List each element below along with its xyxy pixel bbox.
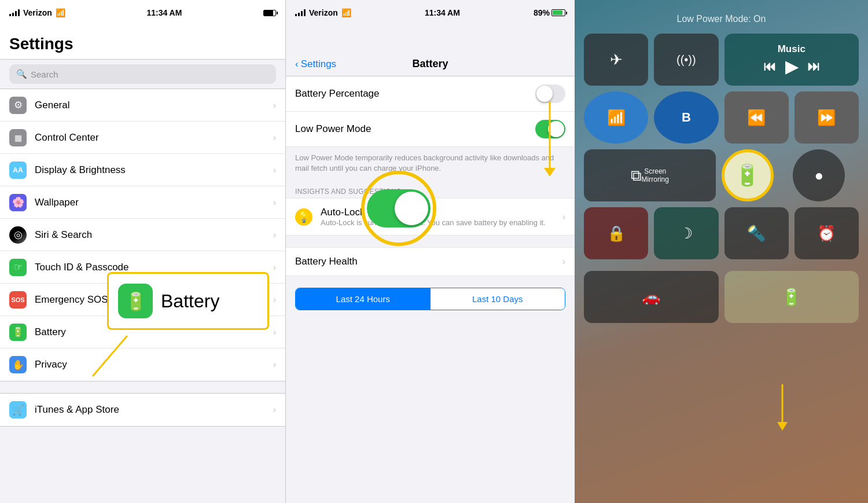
signal-icon [9, 9, 20, 16]
settings-row-general[interactable]: ⚙ General › [0, 89, 285, 122]
wallpaper-label: Wallpaper [35, 197, 273, 208]
general-icon: ⚙ [9, 97, 27, 114]
fast-forward-icon: ⏩ [817, 109, 836, 127]
hotspot-button[interactable]: ((•)) [654, 34, 718, 86]
low-power-mode-toggle[interactable] [535, 120, 565, 138]
do-not-disturb-button[interactable]: 🔒 [584, 207, 648, 259]
settings-section-itunes: 🛒 iTunes & App Store › [0, 393, 285, 427]
prev-track-button[interactable]: ⏮ [763, 59, 776, 74]
emergency-icon: SOS [9, 291, 27, 309]
rewind-button[interactable]: ⏪ [724, 91, 789, 144]
night-mode-button[interactable]: ☽ [654, 207, 718, 259]
battery-panel: Verizon 📶 11:34 AM 89% ‹ Settings Batter… [285, 0, 575, 503]
music-controls: ⏮ ▶ ⏭ [763, 57, 820, 76]
battery-percentage-toggle[interactable] [535, 85, 565, 103]
signal-icon-2 [295, 9, 306, 16]
screen-mirror-button[interactable]: ⧉ ScreenMirroring [584, 149, 716, 201]
back-label: Settings [301, 58, 336, 70]
battery-health-label: Battery Health [295, 256, 562, 267]
chevron-icon: › [273, 100, 276, 111]
settings-row-privacy[interactable]: ✋ Privacy › [0, 348, 285, 381]
search-bar[interactable]: 🔍 Search [9, 64, 276, 84]
settings-row-wallpaper[interactable]: 🌸 Wallpaper › [0, 186, 285, 219]
battery-page-title: Battery [412, 58, 448, 70]
tab-last-10-days[interactable]: Last 10 Days [431, 288, 565, 310]
settings-header: Settings [0, 25, 285, 60]
battery-highlight-label: Battery [161, 291, 219, 312]
settings-panel: Verizon 📶 11:34 AM Settings 🔍 Search ⚙ G… [0, 0, 285, 503]
control-overlay: Low Power Mode: On ✈ ((•)) Music ⏮ ▶ ⏭ 📶 [575, 0, 868, 503]
battery-health-row[interactable]: Battery Health › [286, 247, 575, 276]
status-left-2: Verizon 📶 [295, 8, 351, 17]
fast-forward-button[interactable]: ⏩ [795, 91, 859, 144]
clock-time: 11:34 AM [146, 8, 182, 17]
display-icon: AA [9, 161, 27, 179]
alarm-button[interactable]: ⏰ [795, 207, 859, 259]
cc-row-2: 📶 B ⏪ ⏩ [584, 91, 859, 144]
cc-row-3: ⧉ ScreenMirroring 🔋 ● [584, 149, 859, 201]
control-center-icon: ▦ [9, 129, 27, 146]
battery-indicator [263, 10, 276, 16]
music-label: Music [778, 43, 806, 55]
back-button[interactable]: ‹ Settings [295, 58, 336, 70]
touch-id-icon: ☞ [9, 259, 27, 276]
flashlight-button[interactable]: 🔦 [724, 207, 789, 259]
privacy-label: Privacy [35, 359, 273, 370]
big-toggle-thumb [395, 192, 428, 225]
search-icon: 🔍 [16, 69, 27, 79]
settings-row-siri[interactable]: ◎ Siri & Search › [0, 219, 285, 251]
carrier-name: Verizon [23, 8, 52, 17]
chevron-icon: › [273, 165, 276, 175]
wifi-button[interactable]: 📶 [584, 91, 648, 144]
auto-lock-text: Auto-Lock Auto-Lock is currently disable… [321, 207, 562, 227]
battery-row-icon: 🔋 [9, 324, 27, 341]
chevron-icon: › [562, 212, 565, 222]
airplane-mode-button[interactable]: ✈ [584, 34, 648, 86]
wallpaper-icon: 🌸 [9, 194, 27, 211]
music-player[interactable]: Music ⏮ ▶ ⏭ [724, 34, 859, 86]
chevron-icon: › [273, 327, 276, 337]
tab-last-24-hours[interactable]: Last 24 Hours [296, 288, 431, 310]
low-power-mode-row[interactable]: Low Power Mode [286, 112, 575, 147]
status-bar-2: Verizon 📶 11:34 AM 89% [286, 0, 575, 25]
low-power-mode-label: Low Power Mode [295, 123, 535, 135]
battery-percentage-label: Battery Percentage [295, 88, 535, 100]
settings-row-control-center[interactable]: ▦ Control Center › [0, 122, 285, 154]
battery-control-icon: 🔋 [734, 163, 760, 188]
carplay-button[interactable]: 🚗 [584, 271, 719, 323]
status-bar-1: Verizon 📶 11:34 AM [0, 0, 285, 25]
carrier-name-2: Verizon [309, 8, 338, 17]
battery-content: Battery Percentage Low Power Mode Low Po… [286, 76, 575, 503]
bluetooth-icon: B [682, 110, 691, 125]
battery-percentage-row[interactable]: Battery Percentage [286, 76, 575, 112]
camera-button[interactable]: ● [793, 149, 845, 201]
chevron-icon: › [273, 262, 276, 273]
settings-row-itunes[interactable]: 🛒 iTunes & App Store › [0, 394, 285, 426]
screen-mirror-icon: ⧉ [631, 167, 642, 185]
battery-arrow-svg [771, 384, 794, 431]
big-toggle-overlay [361, 171, 436, 246]
bluetooth-button[interactable]: B [654, 91, 718, 144]
chevron-icon: › [273, 405, 276, 415]
battery-control-button[interactable]: 🔋 [722, 149, 774, 201]
next-track-button[interactable]: ⏭ [807, 59, 820, 74]
big-toggle-visual [367, 189, 431, 227]
cc-row-1: ✈ ((•)) Music ⏮ ▶ ⏭ [584, 34, 859, 86]
battery-icon-green [551, 9, 565, 16]
battery-time-tabs: Last 24 Hours Last 10 Days [295, 288, 565, 310]
battery-small-icon: 🔋 [781, 288, 801, 307]
clock-time-2: 11:34 AM [425, 8, 460, 17]
control-center-label: Control Center [35, 132, 273, 144]
display-label: Display & Brightness [35, 164, 273, 176]
siri-label: Siri & Search [35, 229, 273, 241]
status-right [263, 10, 276, 16]
settings-row-display[interactable]: AA Display & Brightness › [0, 154, 285, 186]
cc-row-4: 🔒 ☽ 🔦 ⏰ [584, 207, 859, 259]
auto-lock-icon: 💡 [295, 208, 312, 226]
privacy-icon: ✋ [9, 356, 27, 373]
search-placeholder: Search [31, 69, 58, 79]
battery-small-control-button[interactable]: 🔋 [724, 271, 859, 323]
chevron-icon: › [273, 133, 276, 143]
battery-percentage-display: 89% [534, 8, 550, 17]
play-button[interactable]: ▶ [785, 57, 798, 76]
